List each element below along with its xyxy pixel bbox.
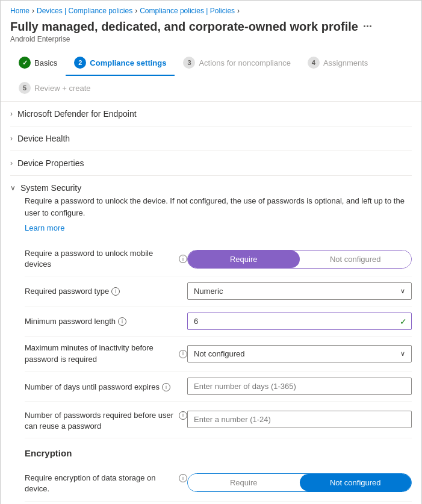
min-length-info-icon[interactable]: i: [118, 317, 126, 326]
breadcrumb: Home › Devices | Compliance policies › C…: [1, 1, 421, 17]
section-defender[interactable]: › Microsoft Defender for Endpoint: [10, 102, 412, 126]
section-device-health-title: Device Health: [17, 134, 70, 143]
encryption-info-icon[interactable]: i: [179, 474, 187, 482]
section-system-security-title: System Security: [20, 183, 81, 193]
tab-review[interactable]: 5 Review + create: [10, 76, 99, 101]
encryption-title: Encryption: [25, 438, 412, 464]
encryption-not-configured-button[interactable]: Not configured: [300, 474, 412, 491]
chevron-device-health-icon: ›: [10, 134, 13, 143]
password-expires-input[interactable]: [187, 378, 412, 395]
page-title-text: Fully managed, dedicated, and corporate-…: [10, 20, 358, 34]
require-button[interactable]: Require: [188, 250, 300, 268]
tab-assignments-label: Assignments: [323, 58, 368, 67]
tab-review-label: Review + create: [34, 84, 91, 93]
chevron-device-properties-icon: ›: [10, 159, 13, 167]
section-system-security[interactable]: ∨ System Security: [10, 176, 412, 195]
form-row-password-expires: Number of days until password expires i: [25, 372, 412, 402]
form-row-min-length: Minimum password length i ✓: [25, 306, 412, 337]
min-length-check-icon: ✓: [400, 317, 407, 326]
tab-actions-label: Actions for noncompliance: [199, 58, 290, 67]
password-type-control: Numeric ∨: [187, 282, 412, 300]
tab-compliance-step: 2: [74, 57, 86, 69]
breadcrumb-policies[interactable]: Compliance policies | Policies: [140, 7, 235, 15]
form-row-require-password: Require a password to unlock mobile devi…: [25, 242, 412, 276]
encryption-toggle: Require Not configured: [187, 473, 412, 492]
form-row-passwords-reuse: Number of passwords required before user…: [25, 402, 412, 438]
tab-compliance-settings[interactable]: 2 Compliance settings: [66, 51, 175, 76]
passwords-reuse-info-icon[interactable]: i: [179, 411, 187, 420]
section-defender-title: Microsoft Defender for Endpoint: [17, 109, 137, 119]
tab-review-step: 5: [19, 82, 31, 94]
require-password-label: Require a password to unlock mobile devi…: [25, 248, 176, 270]
password-type-label: Required password type: [25, 286, 109, 297]
passwords-reuse-control: [187, 411, 412, 428]
password-expires-info-icon[interactable]: i: [162, 383, 170, 391]
password-expires-label: Number of days until password expires: [25, 382, 160, 393]
passwords-reuse-input[interactable]: [187, 411, 412, 428]
tab-actions[interactable]: 3 Actions for noncompliance: [175, 51, 299, 76]
section-device-properties-title: Device Properties: [17, 158, 84, 168]
password-description: Require a password to unlock the device.…: [25, 195, 412, 219]
form-row-encryption: Require encryption of data storage on de…: [25, 464, 412, 501]
tab-assignments[interactable]: 4 Assignments: [299, 51, 376, 76]
password-type-select[interactable]: Numeric ∨: [187, 282, 412, 300]
encryption-require-button[interactable]: Require: [188, 474, 300, 491]
breadcrumb-compliance-policies[interactable]: Devices | Compliance policies: [37, 7, 132, 15]
section-device-properties[interactable]: › Device Properties: [10, 151, 412, 176]
device-security-title: Device Security: [25, 502, 412, 505]
max-inactivity-value: Not configured: [194, 349, 245, 358]
chevron-system-security-icon: ∨: [10, 184, 16, 192]
wizard-tabs: ✓ Basics 2 Compliance settings 3 Actions…: [1, 51, 421, 102]
max-inactivity-label: Maximum minutes of inactivity before pas…: [25, 343, 176, 364]
min-length-label: Minimum password length: [25, 316, 116, 327]
tab-actions-step: 3: [183, 57, 195, 69]
password-type-value: Numeric: [194, 287, 223, 296]
section-device-health[interactable]: › Device Health: [10, 126, 412, 151]
system-security-content: Require a password to unlock the device.…: [10, 195, 412, 504]
form-row-max-inactivity: Maximum minutes of inactivity before pas…: [25, 337, 412, 371]
main-window: Home › Devices | Compliance policies › C…: [0, 0, 422, 504]
passwords-reuse-label: Number of passwords required before user…: [25, 410, 176, 432]
page-subtitle: Android Enterprise: [10, 35, 412, 43]
encryption-label: Require encryption of data storage on de…: [25, 473, 176, 494]
tab-basics-label: Basics: [34, 58, 57, 67]
max-inactivity-info-icon[interactable]: i: [179, 350, 187, 358]
min-length-control: ✓: [187, 313, 412, 330]
tab-compliance-label: Compliance settings: [90, 58, 166, 67]
password-type-info-icon[interactable]: i: [111, 287, 120, 296]
form-row-password-type: Required password type i Numeric ∨: [25, 276, 412, 306]
not-configured-require-button[interactable]: Not configured: [300, 250, 412, 268]
password-expires-control: [187, 378, 412, 395]
tab-basics[interactable]: ✓ Basics: [10, 51, 66, 76]
require-password-toggle: Require Not configured: [187, 250, 412, 269]
more-options-button[interactable]: ···: [363, 20, 372, 33]
require-password-info-icon[interactable]: i: [179, 255, 187, 263]
tab-basics-step: ✓: [19, 57, 31, 69]
chevron-defender-icon: ›: [10, 110, 13, 118]
learn-more-link[interactable]: Learn more: [25, 223, 64, 232]
content-area: › Microsoft Defender for Endpoint › Devi…: [1, 102, 421, 504]
breadcrumb-home[interactable]: Home: [10, 7, 29, 15]
max-inactivity-chevron-icon: ∨: [400, 350, 405, 358]
min-length-input[interactable]: [187, 313, 412, 330]
password-type-chevron-icon: ∨: [400, 287, 405, 295]
page-header: Fully managed, dedicated, and corporate-…: [1, 17, 421, 51]
max-inactivity-control: Not configured ∨: [187, 345, 412, 362]
tab-assignments-step: 4: [308, 57, 320, 69]
max-inactivity-select[interactable]: Not configured ∨: [187, 345, 412, 362]
